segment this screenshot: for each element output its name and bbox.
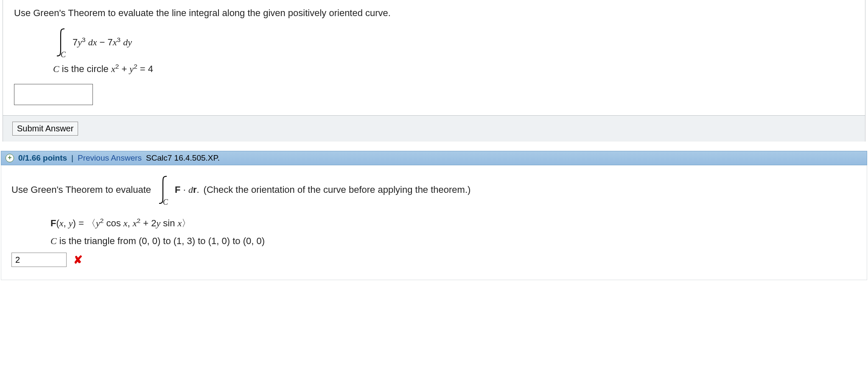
incorrect-icon: ✘ <box>73 253 83 267</box>
integral-sub: C <box>61 50 66 59</box>
q1-integral: C 7y3 dx − 7x3 dy <box>53 27 856 58</box>
q2-answer-input[interactable] <box>11 253 67 267</box>
q2-prompt-after: (Check the orientation of the curve befo… <box>204 184 471 195</box>
score-bar: + 0/1.66 points | Previous Answers SCalc… <box>1 151 867 165</box>
previous-answers-link[interactable]: Previous Answers <box>78 153 142 163</box>
q1-prompt: Use Green's Theorem to evaluate the line… <box>14 8 856 19</box>
q2-integrand: F · dr. <box>175 184 199 195</box>
q1-integrand: 7y3 dx − 7x3 dy <box>73 37 132 48</box>
q2-curve: C is the triangle from (0, 0) to (1, 3) … <box>50 236 857 247</box>
submit-bar: Submit Answer <box>3 116 865 142</box>
submit-answer-button[interactable]: Submit Answer <box>12 122 78 136</box>
q2-prompt-before: Use Green's Theorem to evaluate <box>11 184 151 195</box>
q2-F-def: F(x, y) = 〈y2 cos x, x2 + 2y sin x〉 <box>50 217 857 230</box>
integral-sub: C <box>163 198 168 207</box>
expand-icon[interactable]: + <box>6 154 14 162</box>
question-reference: SCalc7 16.4.505.XP. <box>146 153 220 163</box>
score-divider: | <box>71 153 73 163</box>
q1-answer-input[interactable] <box>14 84 93 105</box>
integral-icon: C <box>155 175 171 205</box>
q1-curve: C is the circle x2 + y2 = 4 <box>53 64 856 75</box>
score-points: 0/1.66 points <box>18 153 67 163</box>
q2-prompt-row: Use Green's Theorem to evaluate C F · dr… <box>11 175 857 205</box>
integral-icon: C <box>53 27 68 58</box>
